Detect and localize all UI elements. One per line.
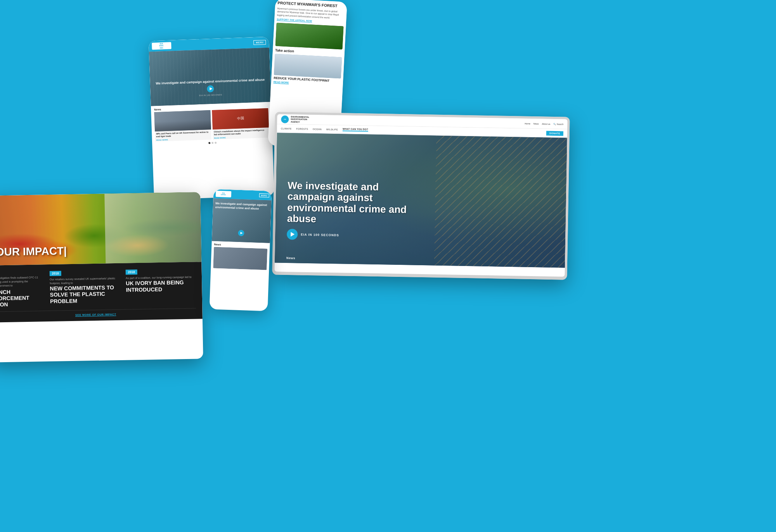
tablet-bottom-left-inner: OUR IMPACT| investigation finds outlawed… [0, 192, 203, 363]
laptop-subnav-wildlife[interactable]: WILDLIFE [326, 128, 338, 131]
laptop-news-label: News [286, 256, 295, 260]
laptop-nav-about[interactable]: About us [542, 123, 551, 125]
play-icon [210, 87, 212, 90]
phone-top-right-body-text: Myanmar's precious forests are under thr… [277, 7, 345, 20]
phone-bottom-center-logo-text: EIAENVIR. [221, 192, 226, 196]
phone-top-right-plastic-image [274, 54, 342, 79]
laptop-nav-links: Home News About us 🔍 Search [525, 122, 563, 125]
phone-bottom-center-play-icon [240, 232, 242, 234]
laptop-subnav-links: CLIMATE FORESTS OCEAN WILDLIFE WHAT CAN … [281, 127, 368, 132]
tablet-center-news-grid: MPs and Peers call on UK Government for … [151, 108, 272, 142]
laptop-logo-circle: eia [281, 115, 289, 123]
tablet-center-device: EIAENV.INV. MENU We investigate and camp… [149, 37, 274, 200]
tablet-center-logo: EIAENV.INV. [152, 42, 171, 50]
tablet-bottom-left-col1: investigation finds outlawed CFC-11 bein… [0, 269, 44, 308]
phone-top-right-forest-image [275, 23, 344, 50]
laptop-logo-text: eia [284, 118, 286, 120]
plastic-image-inner [274, 54, 342, 79]
phone-bottom-center-inner: EIAENVIR. MENU We investigate and campai… [210, 189, 272, 311]
phone-bottom-center-hero: We investigate and campaign against envi… [212, 198, 272, 243]
laptop-subnav-ocean[interactable]: OCEAN [313, 128, 322, 130]
pagination-dot-3[interactable] [215, 142, 217, 144]
phone-bottom-center-menu-button[interactable]: MENU [259, 193, 269, 198]
laptop-hero-title: We investigate and campaign against envi… [287, 180, 420, 226]
tablet-bottom-left-hero-title: OUR IMPACT| [0, 245, 67, 257]
pagination-dot-2[interactable] [211, 142, 213, 144]
tablet-center-news-card-1[interactable]: MPs and Peers call on UK Government for … [154, 110, 211, 142]
laptop-org-name: ENVIRONMENTALINVESTIGATIONAGENCY [291, 116, 309, 124]
col1-heading: UNCH FORCEMENT TION [0, 288, 44, 308]
laptop-subnav-forests[interactable]: FORESTS [296, 128, 308, 130]
laptop-subnav-climate[interactable]: CLIMATE [281, 127, 292, 130]
col3-year-badge: 2018 [126, 269, 137, 275]
laptop-subnav-what[interactable]: WHAT CAN YOU DO? [343, 128, 368, 131]
tablet-center-news-image-1 [154, 110, 211, 131]
laptop-logo-area: eia ENVIRONMENTALINVESTIGATIONAGENCY [281, 115, 309, 123]
tablet-bottom-left-see-more[interactable]: SEE MORE OF OUR IMPACT [0, 308, 196, 318]
laptop-hero: We investigate and campaign against envi… [275, 133, 567, 268]
laptop-bezel: eia ENVIRONMENTALINVESTIGATIONAGENCY Hom… [272, 112, 570, 280]
pagination-dot-1[interactable] [208, 142, 210, 144]
laptop-hero-cta: EIA IN 100 SECONDS [287, 229, 419, 242]
phone-bottom-center-logo: EIAENVIR. [216, 191, 232, 197]
tablet-center-play-button[interactable] [207, 85, 214, 93]
phone-bottom-center-news-image-inner [213, 247, 267, 270]
col3-title: UK IVORY BAN BEING INTRODUCED [126, 279, 196, 293]
laptop-play-icon [291, 232, 294, 237]
laptop-screen: eia ENVIRONMENTALINVESTIGATIONAGENCY Hom… [275, 114, 568, 277]
tablet-bottom-left-dark-section: investigation finds outlawed CFC-11 bein… [0, 262, 203, 323]
tablet-bottom-left-hero-overlay: OUR IMPACT| [0, 245, 67, 257]
col2-year-badge: 2018 [50, 271, 61, 276]
tablet-bottom-left-col3: 2018 As part of a coalition, our long-ru… [126, 266, 196, 306]
col1-heading-line3: TION [0, 301, 44, 308]
tablet-center-logo-text: EIAENV.INV. [159, 43, 164, 49]
tablet-center-hero: We investigate and campaign against envi… [149, 48, 271, 106]
laptop-nav-news[interactable]: News [534, 123, 539, 125]
col1-partial-text: investigation finds outlawed CFC-11 bein… [0, 275, 43, 288]
tablet-bottom-left-columns: investigation finds outlawed CFC-11 bein… [0, 266, 196, 307]
tablet-center-news-image-2: 中国 [212, 108, 269, 130]
laptop-nav-home[interactable]: Home [525, 122, 530, 124]
tablet-bottom-left-device: OUR IMPACT| investigation finds outlawed… [0, 192, 203, 363]
tablet-bottom-left-hero: OUR IMPACT| [0, 192, 201, 266]
laptop-donate-button[interactable]: DONATE [546, 131, 563, 136]
col2-title: NEW COMMITMENTS TO SOLVE THE PLASTIC PRO… [50, 284, 120, 305]
laptop-right-device: eia ENVIRONMENTALINVESTIGATIONAGENCY Hom… [272, 112, 570, 280]
tablet-center-menu-button[interactable]: MENU [253, 40, 266, 45]
laptop-hero-content: We investigate and campaign against envi… [287, 180, 420, 242]
laptop-play-button[interactable] [287, 229, 298, 240]
laptop-search[interactable]: 🔍 Search [553, 123, 563, 125]
tablet-bottom-left-col2: 2018 Our retailers survey revealed UK su… [50, 268, 120, 307]
phone-bottom-center-device: EIAENVIR. MENU We investigate and campai… [210, 189, 272, 311]
laptop-cta-text: EIA IN 100 SECONDS [301, 233, 339, 237]
myanmar-forest-image-inner [275, 23, 344, 50]
phone-bottom-center-news-image [213, 247, 267, 270]
tablet-center-news-card-2[interactable]: 中国 China's crackdown shows the impact in… [212, 108, 269, 140]
